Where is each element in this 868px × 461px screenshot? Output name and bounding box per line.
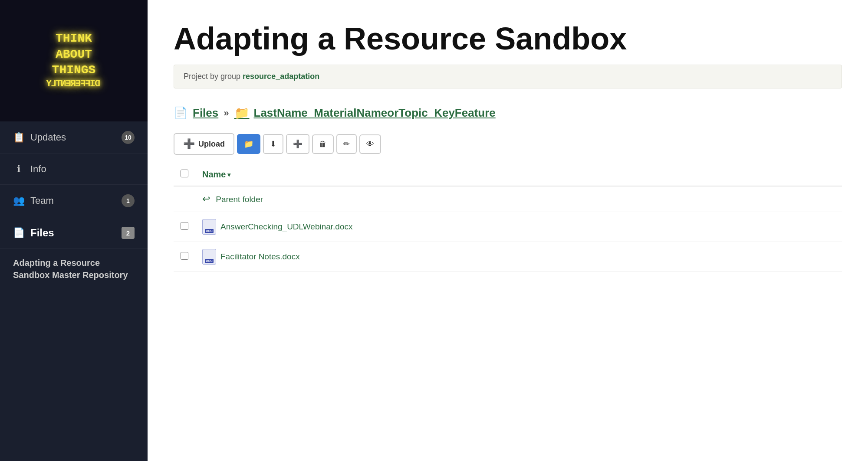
file-list: ↩ Parent folder AnswerChecking_UDLWebina… [174,186,842,272]
thumbnail-line1: THINK [47,31,100,46]
sidebar-navigation: 📋 Updates 10 ℹ Info 👥 Team 1 📄 Files [0,121,148,281]
file1-checkbox[interactable] [181,222,188,230]
info-icon: ℹ [13,163,24,175]
file-toolbar: ➕ Upload 📁 ⬇ ➕ 🗑 ✏ 👁 [174,133,842,155]
team-badge: 1 [122,194,135,207]
download-button[interactable]: ⬇ [263,134,283,154]
table-header-row: Name ▾ [174,163,842,186]
group-name-link[interactable]: resource_adaptation [243,72,319,81]
file2-cell: Facilitator Notes.docx [195,242,842,272]
file1-link[interactable]: AnswerChecking_UDLWebinar.docx [220,222,353,232]
sidebar: THINK ABOUT THINGS DIFFERENTLY 📋 Updates… [0,0,148,461]
preview-button[interactable]: 👁 [359,134,381,154]
breadcrumb-folder-label: LastName_MaterialNameorTopic_KeyFeature [254,106,496,120]
edit-button[interactable]: ✏ [336,134,357,154]
delete-icon: 🗑 [319,140,327,148]
upload-label: Upload [198,140,225,149]
new-folder-button[interactable]: 📁 [237,134,260,154]
parent-folder-checkbox-cell [174,186,195,212]
file-table: Name ▾ ↩ Parent folder [174,163,842,272]
parent-folder-cell: ↩ Parent folder [195,186,842,212]
table-row: ↩ Parent folder [174,186,842,212]
name-col-label: Name [202,170,226,180]
sidebar-item-info[interactable]: ℹ Info [0,154,148,185]
file2-checkbox[interactable] [181,252,188,260]
files-icon: 📄 [13,227,24,239]
page-title: Adapting a Resource Sandbox [174,22,842,56]
sidebar-item-files[interactable]: 📄 Files 2 [0,217,148,249]
edit-icon: ✏ [343,140,350,148]
file1-doc-icon [202,219,216,235]
file2-link[interactable]: Facilitator Notes.docx [220,252,300,262]
select-all-col [174,163,195,186]
breadcrumb-files-link[interactable]: Files [193,106,218,120]
project-group-bar: Project by group resource_adaptation [174,65,842,88]
table-row: AnswerChecking_UDLWebinar.docx [174,212,842,242]
parent-folder-icon: ↩ [202,193,210,204]
thumbnail-line4: DIFFERENTLY [47,78,100,91]
main-content: Adapting a Resource Sandbox Project by g… [148,0,868,461]
name-column-header[interactable]: Name ▾ [195,163,842,186]
files-badge: 2 [122,227,135,239]
project-by-text: Project by group [184,72,240,81]
folder-icon: 📁 [234,106,250,120]
sort-arrow-icon: ▾ [227,171,230,178]
team-icon: 👥 [13,195,24,206]
sidebar-item-team-label: Team [30,195,54,206]
project-thumbnail[interactable]: THINK ABOUT THINGS DIFFERENTLY [0,0,148,121]
folder-btn-icon: 📁 [244,140,253,148]
add-icon: ➕ [293,140,302,148]
upload-plus-icon: ➕ [183,138,195,150]
breadcrumb-separator: » [224,108,229,119]
updates-icon: 📋 [13,132,24,143]
sidebar-item-updates-label: Updates [30,132,66,143]
upload-button[interactable]: ➕ Upload [174,133,234,155]
file2-checkbox-cell [174,242,195,272]
file1-checkbox-cell [174,212,195,242]
breadcrumb: 📄 Files » 📁 LastName_MaterialNameorTopic… [174,106,842,120]
preview-icon: 👁 [366,140,374,148]
updates-badge: 10 [122,131,135,144]
delete-button[interactable]: 🗑 [312,134,334,154]
parent-folder-link[interactable]: Parent folder [216,195,263,204]
sidebar-item-files-label: Files [30,227,54,239]
select-all-checkbox[interactable] [181,170,188,177]
sidebar-item-updates[interactable]: 📋 Updates 10 [0,121,148,154]
file2-doc-icon [202,249,216,265]
sidebar-subitem-project[interactable]: Adapting a Resource Sandbox Master Repos… [0,249,148,281]
table-row: Facilitator Notes.docx [174,242,842,272]
file1-cell: AnswerChecking_UDLWebinar.docx [195,212,842,242]
sidebar-item-info-label: Info [30,163,46,175]
add-button[interactable]: ➕ [286,134,309,154]
sidebar-subitem-label: Adapting a Resource Sandbox Master Repos… [13,258,128,280]
thumbnail-line3: THINGS [47,62,100,78]
breadcrumb-folder-link[interactable]: 📁 LastName_MaterialNameorTopic_KeyFeatur… [234,106,496,120]
download-icon: ⬇ [270,140,276,148]
thumbnail-line2: ABOUT [47,47,100,62]
thumbnail-text: THINK ABOUT THINGS DIFFERENTLY [47,31,100,91]
breadcrumb-file-icon: 📄 [174,106,187,120]
sidebar-item-team[interactable]: 👥 Team 1 [0,185,148,217]
